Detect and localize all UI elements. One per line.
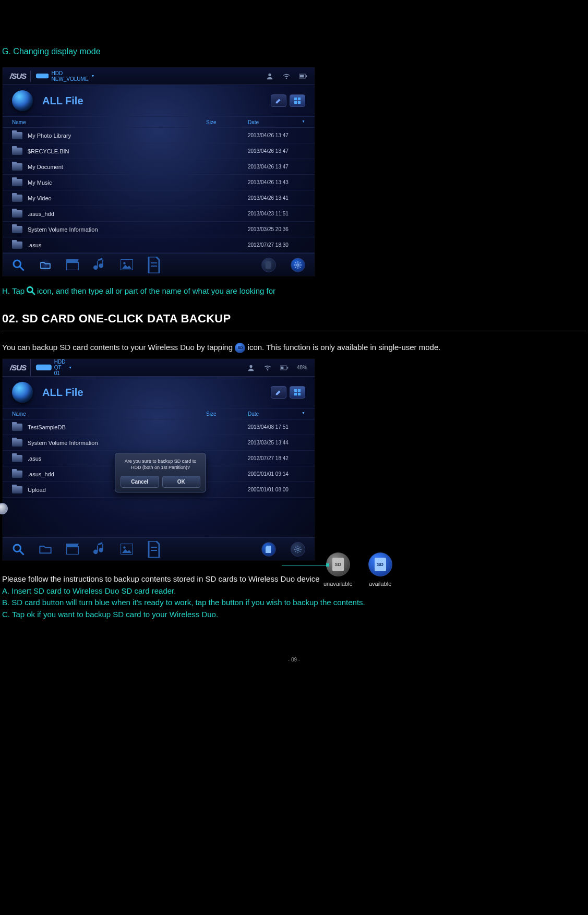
wifi-icon[interactable] bbox=[263, 364, 272, 371]
h-post: icon, and then type all or part of the n… bbox=[37, 286, 275, 295]
svg-rect-6 bbox=[298, 98, 301, 100]
settings-button[interactable] bbox=[291, 542, 305, 557]
nav-files[interactable] bbox=[39, 259, 52, 271]
battery-percent: 48% bbox=[297, 365, 307, 370]
file-date: 2012/07/27 18:30 bbox=[248, 242, 305, 248]
file-name: My Photo Library bbox=[28, 133, 206, 139]
sd-card-icon: SD bbox=[332, 558, 344, 571]
nav-files[interactable] bbox=[39, 543, 52, 556]
bottom-nav bbox=[3, 253, 315, 276]
pencil-icon bbox=[275, 97, 282, 104]
music-icon bbox=[93, 542, 106, 556]
folder-icon bbox=[12, 424, 22, 431]
list-item[interactable]: System Volume Information2013/03/25 13:4… bbox=[3, 435, 315, 451]
col-name[interactable]: Name bbox=[12, 119, 206, 125]
svg-point-20 bbox=[249, 365, 252, 367]
file-name: .asus_hdd bbox=[28, 211, 206, 217]
folder-icon bbox=[12, 195, 22, 202]
confirm-dialog: Are you sure to backup SD card to HDD (b… bbox=[115, 453, 206, 492]
col-date[interactable]: Date▼ bbox=[248, 119, 305, 125]
section-02-body: You can backup SD card contents to your … bbox=[0, 342, 588, 353]
volume-label: HDD NEW_VOLUME bbox=[51, 70, 88, 82]
file-date: 2000/01/01 08:00 bbox=[248, 487, 305, 492]
file-name: .asus bbox=[28, 242, 206, 248]
nav-photo[interactable] bbox=[121, 543, 133, 556]
folder-icon bbox=[12, 242, 22, 249]
sd-backup-button[interactable] bbox=[261, 258, 276, 272]
cancel-button[interactable]: Cancel bbox=[121, 476, 159, 488]
col-name[interactable]: Name bbox=[12, 411, 206, 417]
volume-selector[interactable]: HDD QT-01 ▼ bbox=[30, 359, 72, 376]
column-headers: Name Size Date▼ bbox=[3, 408, 315, 419]
file-date: 2013/04/23 11:51 bbox=[248, 211, 305, 216]
list-item[interactable]: My Photo Library2013/04/26 13:47 bbox=[3, 128, 315, 143]
title-row: ALL File bbox=[3, 377, 315, 408]
nav-music[interactable] bbox=[93, 543, 106, 556]
list-item[interactable]: .asus2012/07/27 18:30 bbox=[3, 237, 315, 253]
file-date: 2013/04/26 13:41 bbox=[248, 195, 305, 201]
svg-point-17 bbox=[27, 287, 32, 292]
nav-photo[interactable] bbox=[121, 259, 133, 271]
hdd-icon bbox=[36, 363, 52, 372]
settings-button[interactable] bbox=[291, 258, 305, 272]
asus-logo: /SUS bbox=[10, 71, 26, 80]
folder-open-icon bbox=[39, 544, 52, 554]
edit-button[interactable] bbox=[271, 94, 286, 107]
file-name: TestSampleDB bbox=[28, 424, 206, 430]
search-icon bbox=[12, 543, 25, 556]
grid-view-button[interactable] bbox=[290, 386, 305, 399]
list-item[interactable]: My Music2013/04/26 13:43 bbox=[3, 175, 315, 190]
col-size[interactable]: Size bbox=[206, 119, 248, 125]
volume-selector[interactable]: HDD NEW_VOLUME ▼ bbox=[30, 70, 95, 82]
nav-music[interactable] bbox=[93, 259, 106, 271]
svg-rect-23 bbox=[281, 366, 284, 369]
file-date: 2013/04/26 13:47 bbox=[248, 133, 305, 138]
folder-icon bbox=[12, 471, 22, 478]
nav-search[interactable] bbox=[12, 259, 25, 271]
svg-point-13 bbox=[123, 262, 126, 264]
file-date: 2013/04/26 13:47 bbox=[248, 148, 305, 154]
col-date[interactable]: Date▼ bbox=[248, 411, 305, 417]
wifi-icon[interactable] bbox=[282, 73, 291, 80]
nav-document[interactable] bbox=[148, 259, 160, 271]
col-size[interactable]: Size bbox=[206, 411, 248, 417]
svg-line-18 bbox=[32, 292, 35, 295]
list-item[interactable]: My Document2013/04/26 13:47 bbox=[3, 159, 315, 175]
dropdown-caret-icon: ▼ bbox=[91, 74, 95, 78]
screenshot-1: /SUS HDD NEW_VOLUME ▼ ALL File Name Size… bbox=[2, 67, 315, 276]
dropdown-caret-icon: ▼ bbox=[68, 366, 72, 369]
file-date: 2013/03/25 13:44 bbox=[248, 440, 305, 446]
svg-point-28 bbox=[14, 545, 21, 552]
nav-video[interactable] bbox=[66, 259, 79, 271]
folder-icon bbox=[12, 486, 22, 493]
grid-icon bbox=[294, 389, 301, 396]
image-icon bbox=[121, 259, 133, 270]
sd-icon bbox=[265, 261, 272, 269]
user-icon[interactable] bbox=[266, 73, 274, 80]
globe-icon bbox=[12, 382, 33, 403]
list-item[interactable]: $RECYCLE.BIN2013/04/26 13:47 bbox=[3, 143, 315, 159]
user-icon[interactable] bbox=[247, 364, 255, 371]
grid-view-button[interactable] bbox=[290, 94, 305, 107]
clapper-icon bbox=[66, 544, 79, 555]
edit-button[interactable] bbox=[271, 386, 286, 399]
gear-icon bbox=[294, 261, 302, 269]
page-number: - 09 - bbox=[0, 657, 588, 663]
file-name: System Volume Information bbox=[28, 440, 206, 446]
sd-backup-button[interactable] bbox=[261, 542, 276, 557]
ok-button[interactable]: OK bbox=[162, 476, 201, 488]
list-item[interactable]: System Volume Information2013/03/25 20:3… bbox=[3, 222, 315, 237]
body-pre: You can backup SD card contents to your … bbox=[2, 343, 233, 352]
sd-unavailable-label: unavailable bbox=[323, 581, 353, 587]
svg-rect-22 bbox=[287, 367, 289, 368]
svg-rect-27 bbox=[298, 393, 301, 395]
nav-document[interactable] bbox=[148, 543, 160, 556]
list-item[interactable]: TestSampleDB2013/04/08 17:51 bbox=[3, 419, 315, 435]
nav-video[interactable] bbox=[66, 543, 79, 556]
file-name: $RECYCLE.BIN bbox=[28, 148, 206, 154]
list-item[interactable]: My Video2013/04/26 13:41 bbox=[3, 190, 315, 206]
sort-caret-icon: ▼ bbox=[302, 119, 305, 125]
nav-search[interactable] bbox=[12, 543, 25, 556]
file-date: 2013/03/25 20:36 bbox=[248, 226, 305, 232]
list-item[interactable]: .asus_hdd2013/04/23 11:51 bbox=[3, 206, 315, 222]
